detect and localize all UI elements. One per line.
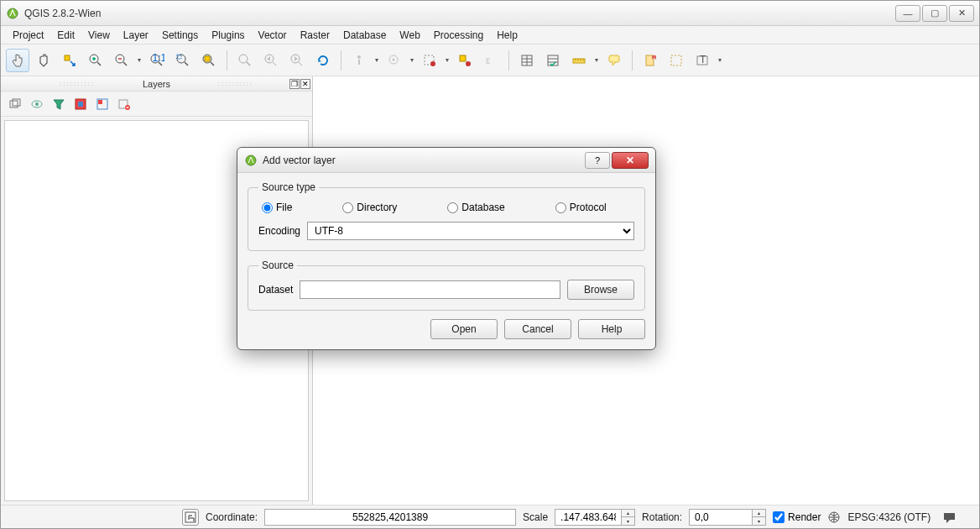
svg-point-13 <box>357 55 361 59</box>
zoom-out-icon[interactable] <box>110 49 133 72</box>
pan-tool-icon[interactable] <box>32 49 55 72</box>
grip-icon: :::::::::: <box>60 80 95 87</box>
manage-visibility-icon[interactable] <box>29 97 44 112</box>
zoom-native-icon[interactable]: 1:1 <box>145 49 169 72</box>
radio-directory[interactable]: Directory <box>342 202 397 213</box>
identify-results-icon[interactable] <box>383 49 406 72</box>
svg-point-20 <box>466 61 471 66</box>
statusbar: Coordinate: Scale ▴▾ Rotation: ▴▾ Render… <box>1 505 979 528</box>
pan-to-selection-icon[interactable] <box>58 49 81 72</box>
menu-project[interactable]: Project <box>6 28 50 43</box>
new-bookmark-icon[interactable] <box>639 49 662 72</box>
rotation-input[interactable] <box>689 509 753 526</box>
menu-settings[interactable]: Settings <box>155 28 205 43</box>
rotation-spinner[interactable]: ▴▾ <box>753 509 766 526</box>
identify-icon[interactable] <box>347 49 371 72</box>
radio-database[interactable]: Database <box>447 202 504 213</box>
menu-plugins[interactable]: Plugins <box>205 28 251 43</box>
show-bookmarks-icon[interactable] <box>665 49 688 72</box>
svg-point-33 <box>35 102 39 106</box>
zoom-next-icon[interactable] <box>285 49 309 72</box>
encoding-label: Encoding <box>258 225 300 237</box>
render-checkbox[interactable]: Render <box>773 511 821 523</box>
remove-layer-icon[interactable] <box>117 97 132 112</box>
menu-raster[interactable]: Raster <box>294 28 336 43</box>
close-button[interactable]: ✕ <box>949 5 974 22</box>
select-by-expression-icon[interactable] <box>453 49 477 72</box>
scale-spinner[interactable]: ▴▾ <box>622 509 635 526</box>
svg-point-18 <box>430 61 435 66</box>
messages-icon[interactable] <box>942 510 957 525</box>
menu-view[interactable]: View <box>81 28 117 43</box>
add-group-icon[interactable] <box>8 97 23 112</box>
toolbar-separator <box>341 50 341 71</box>
svg-text:ε: ε <box>486 55 491 66</box>
zoom-full-icon[interactable] <box>171 49 195 72</box>
zoom-selection-icon[interactable] <box>197 49 221 72</box>
svg-rect-27 <box>671 55 681 65</box>
browse-button[interactable]: Browse <box>567 280 634 300</box>
svg-rect-37 <box>98 100 102 104</box>
help-button[interactable]: Help <box>578 319 645 339</box>
svg-text:T: T <box>700 54 706 65</box>
source-type-legend: Source type <box>258 181 319 193</box>
measure-dropdown-icon[interactable]: ▾ <box>593 49 600 72</box>
cancel-button[interactable]: Cancel <box>504 319 571 339</box>
filter-legend-icon[interactable] <box>51 97 66 112</box>
menu-help[interactable]: Help <box>490 28 524 43</box>
dataset-input[interactable] <box>300 280 560 299</box>
select-dropdown-icon[interactable]: ▾ <box>444 49 451 72</box>
coordinate-capture-icon[interactable] <box>182 509 199 526</box>
zoom-last-icon[interactable] <box>259 49 283 72</box>
map-tips-icon[interactable] <box>602 49 626 72</box>
menu-database[interactable]: Database <box>336 28 393 43</box>
measure-icon[interactable] <box>567 49 591 72</box>
identify-results-dropdown-icon[interactable]: ▾ <box>409 49 415 72</box>
open-table-icon[interactable] <box>515 49 539 72</box>
dialog-buttons: Open Cancel Help <box>248 319 645 339</box>
annotation-dropdown-icon[interactable]: ▾ <box>717 49 723 72</box>
menu-processing[interactable]: Processing <box>427 28 490 43</box>
deselect-icon[interactable]: ε <box>479 49 503 72</box>
layers-panel-title: :::::::::: Layers :::::::::: ❐ ✕ <box>1 76 312 92</box>
scale-label: Scale <box>523 511 548 523</box>
window-controls: — ▢ ✕ <box>895 5 974 22</box>
svg-rect-35 <box>78 102 83 107</box>
source-legend: Source <box>258 259 297 271</box>
panel-close-icon[interactable]: ✕ <box>300 79 310 89</box>
collapse-all-icon[interactable] <box>95 97 110 112</box>
identify-dropdown-icon[interactable]: ▾ <box>373 49 380 72</box>
dialog-icon <box>244 154 258 167</box>
zoom-layer-icon[interactable] <box>233 49 257 72</box>
menu-edit[interactable]: Edit <box>50 28 81 43</box>
menu-layer[interactable]: Layer <box>117 28 155 43</box>
dialog-help-button[interactable]: ? <box>585 152 610 169</box>
refresh-icon[interactable] <box>311 49 335 72</box>
touch-tool-icon[interactable] <box>6 49 29 72</box>
crs-label: EPSG:4326 (OTF) <box>847 511 930 523</box>
field-calc-icon[interactable] <box>541 49 565 72</box>
expand-all-icon[interactable] <box>73 97 88 112</box>
zoom-dropdown-icon[interactable]: ▾ <box>136 49 143 72</box>
radio-protocol[interactable]: Protocol <box>555 202 607 213</box>
svg-rect-1 <box>65 55 70 60</box>
menu-vector[interactable]: Vector <box>252 28 294 43</box>
open-button[interactable]: Open <box>430 319 498 339</box>
encoding-select[interactable]: UTF-8 <box>307 222 634 240</box>
undock-icon[interactable]: ❐ <box>289 79 300 89</box>
crs-icon[interactable] <box>827 511 841 524</box>
dialog-close-button[interactable]: ✕ <box>612 152 649 169</box>
dialog-title: Add vector layer <box>263 155 585 166</box>
menu-web[interactable]: Web <box>393 28 426 43</box>
maximize-button[interactable]: ▢ <box>922 5 947 22</box>
render-checkbox-input[interactable] <box>773 511 785 523</box>
minimize-button[interactable]: — <box>895 5 920 22</box>
zoom-in-icon[interactable] <box>84 49 107 72</box>
text-annotation-icon[interactable]: T <box>691 49 714 72</box>
svg-rect-14 <box>358 60 360 65</box>
scale-input[interactable] <box>555 509 622 526</box>
radio-file[interactable]: File <box>262 202 292 213</box>
coordinate-input[interactable] <box>264 509 516 526</box>
select-icon[interactable] <box>418 49 441 72</box>
toolbar-separator <box>508 50 509 71</box>
